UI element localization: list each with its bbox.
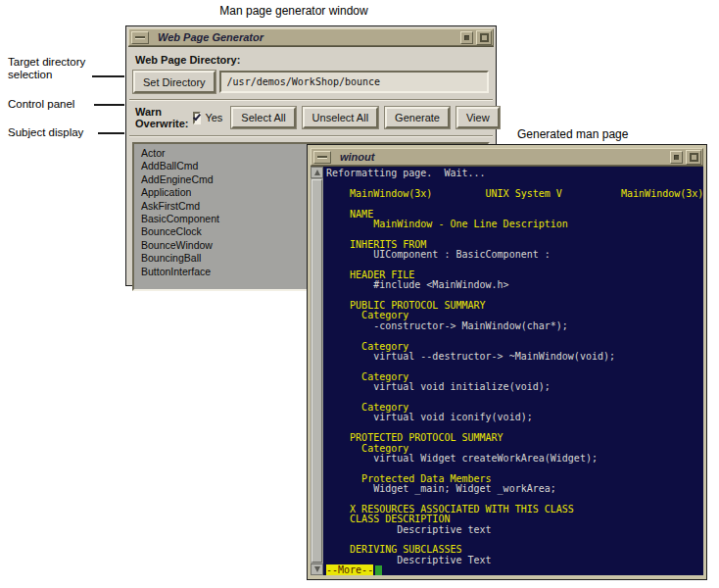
scroll-up-button[interactable]	[311, 167, 323, 178]
terminal-line: Descriptive text	[326, 525, 703, 535]
control-panel: Warn Overwrite: Yes Select All Unselect …	[135, 106, 489, 129]
minimize-icon	[464, 35, 469, 40]
maximize-button[interactable]	[686, 150, 701, 165]
view-button[interactable]: View	[456, 107, 500, 128]
maximize-icon	[480, 33, 489, 42]
directory-input[interactable]	[221, 76, 487, 87]
scroll-down-button[interactable]	[311, 564, 323, 575]
generator-window-title: Web Page Generator	[158, 31, 264, 43]
winout-titlebar[interactable]: winout	[311, 148, 703, 166]
arrow-up-icon	[314, 170, 320, 175]
winout-window: winout Reformatting page. Wait... MainWi…	[307, 144, 707, 580]
terminal-line: -constructor-> MainWindow(char*);	[326, 321, 703, 331]
minimize-icon	[674, 155, 679, 160]
separator	[129, 135, 493, 137]
terminal-line: MainWindow - One Line Description	[326, 220, 703, 229]
directory-field-frame	[219, 71, 489, 93]
terminal-cursor	[375, 565, 382, 575]
terminal-line: virtual Widget createWorkArea(Widget);	[326, 454, 703, 464]
annotation-generator-window: Man page generator window	[108, 5, 480, 18]
terminal-line: Widget _main; Widget _workArea;	[326, 484, 703, 494]
scrollbar-thumb[interactable]	[312, 179, 322, 563]
window-menu-icon	[135, 36, 145, 39]
callout-line	[92, 75, 124, 77]
arrow-down-icon	[314, 566, 320, 572]
minimize-button[interactable]	[670, 151, 683, 164]
terminal-line: UIComponent : BasicComponent :	[326, 250, 703, 260]
more-line: --More--	[326, 565, 703, 575]
warn-overwrite-checkbox[interactable]	[193, 112, 201, 124]
winout-window-title: winout	[340, 151, 374, 163]
generator-titlebar[interactable]: Web Page Generator	[128, 28, 494, 46]
terminal-scrollbar[interactable]	[311, 167, 323, 575]
directory-row: Set Directory	[133, 71, 489, 93]
more-indicator: --More--	[326, 564, 373, 575]
checkmark-icon	[193, 112, 201, 121]
separator	[129, 99, 493, 101]
terminal-line: MainWindow(3x) UNIX System V MainWindow(…	[326, 189, 703, 199]
winout-body: Reformatting page. Wait... MainWindow(3x…	[311, 166, 703, 575]
generate-button[interactable]: Generate	[385, 107, 450, 128]
set-directory-button[interactable]: Set Directory	[133, 71, 216, 93]
select-all-button[interactable]: Select All	[231, 107, 295, 128]
window-menu-button[interactable]	[131, 31, 149, 44]
terminal-line: virtual void initialize(void);	[326, 382, 703, 392]
terminal-line: Reformatting page. Wait...	[326, 169, 703, 178]
maximize-button[interactable]	[476, 30, 492, 45]
annotation-target-directory: Target directory selection	[8, 56, 98, 81]
terminal-line: #include <MainWindow.h>	[326, 280, 703, 290]
terminal-output: Reformatting page. Wait... MainWindow(3x…	[323, 167, 703, 575]
unselect-all-button[interactable]: Unselect All	[303, 107, 378, 128]
callout-line	[98, 132, 124, 134]
terminal-line: virtual void iconify(void);	[326, 413, 703, 422]
maximize-icon	[690, 153, 698, 162]
warn-overwrite-label: Warn Overwrite:	[135, 106, 188, 129]
terminal-line	[326, 199, 703, 209]
terminal-line: virtual --destructor-> ~MainWindow(void)…	[326, 352, 703, 362]
window-menu-button[interactable]	[313, 151, 331, 164]
directory-label: Web Page Directory:	[135, 54, 489, 66]
warn-overwrite-option-label: Yes	[205, 112, 222, 123]
terminal-line: Descriptive Text	[326, 556, 703, 565]
window-menu-icon	[317, 156, 327, 159]
annotation-control-panel: Control panel	[8, 98, 74, 111]
page-canvas: Man page generator window Generated man …	[0, 0, 719, 588]
annotation-generated-man-page: Generated man page	[517, 128, 628, 141]
minimize-button[interactable]	[460, 31, 473, 44]
annotation-subject-display: Subject display	[8, 126, 83, 139]
callout-line	[94, 104, 124, 106]
